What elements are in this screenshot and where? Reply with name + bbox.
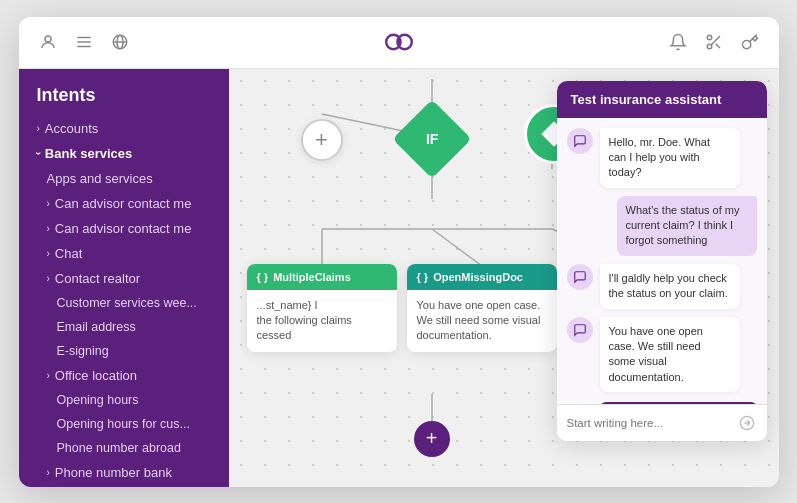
- sidebar-item-bank-services[interactable]: › Bank services: [19, 141, 229, 166]
- svg-point-9: [707, 35, 712, 40]
- chat-bubble-bot-3: You have one open case. We still need so…: [600, 317, 740, 393]
- chat-bubble-user-1: What's the status of my current claim? I…: [617, 196, 757, 256]
- app-logo: [383, 26, 415, 58]
- person-icon[interactable]: [37, 31, 59, 53]
- svg-point-10: [707, 44, 712, 49]
- globe-icon[interactable]: [109, 31, 131, 53]
- canvas-area: + IF { } MultipleClaims: [229, 69, 779, 487]
- sidebar-item-postal-address[interactable]: Postal address: [19, 485, 229, 487]
- toolbar-left: [37, 31, 131, 53]
- sidebar-item-can-advisor-1[interactable]: › Can advisor contact me: [19, 191, 229, 216]
- bot-avatar-2: [567, 264, 593, 290]
- scissors-icon[interactable]: [703, 31, 725, 53]
- arrow-icon: ›: [47, 467, 50, 478]
- card-icon: { }: [417, 271, 429, 283]
- sidebar-item-opening-hours[interactable]: Opening hours: [19, 388, 229, 412]
- sidebar-item-customer-services[interactable]: Customer services wee...: [19, 291, 229, 315]
- arrow-icon: ›: [33, 151, 44, 154]
- bot-avatar: [567, 128, 593, 154]
- chat-bubble-bot-2: I'll galdly help you check the status on…: [600, 264, 740, 309]
- list-icon[interactable]: [73, 31, 95, 53]
- arrow-icon: ›: [47, 273, 50, 284]
- arrow-icon: ›: [47, 223, 50, 234]
- toolbar-center: [131, 26, 667, 58]
- svg-line-12: [715, 44, 719, 48]
- toolbar: [19, 17, 779, 69]
- sidebar-item-chat[interactable]: › Chat: [19, 241, 229, 266]
- card-header-multiple: { } MultipleClaims: [247, 264, 397, 290]
- if-label: IF: [425, 130, 437, 146]
- chat-message-3: I'll galdly help you check the status on…: [567, 264, 757, 309]
- flow-card-open-missing-doc[interactable]: { } OpenMissingDoc You have one open cas…: [407, 264, 557, 352]
- sidebar-item-contact-realtor[interactable]: › Contact realtor: [19, 266, 229, 291]
- chat-input-row: [557, 404, 767, 441]
- sidebar-item-e-signing[interactable]: E-signing: [19, 339, 229, 363]
- arrow-icon: ›: [37, 123, 40, 134]
- arrow-icon: ›: [47, 370, 50, 381]
- plus-icon: +: [315, 127, 328, 153]
- sidebar-item-office-location[interactable]: › Office location: [19, 363, 229, 388]
- chat-message-1: Hello, mr. Doe. What can I help you with…: [567, 128, 757, 188]
- sidebar-item-apps-services[interactable]: Apps and services: [19, 166, 229, 191]
- chat-input[interactable]: [567, 417, 731, 429]
- sidebar-item-phone-number-bank[interactable]: › Phone number bank: [19, 460, 229, 485]
- chat-messages: Hello, mr. Doe. What can I help you with…: [557, 118, 767, 404]
- chat-panel-header: Test insurance assistant: [557, 81, 767, 118]
- card-body-openmissing: You have one open case. We still need so…: [407, 290, 557, 352]
- svg-point-0: [45, 36, 51, 42]
- flow-card-multiple-claims[interactable]: { } MultipleClaims ...st_name} Ithe foll…: [247, 264, 397, 352]
- send-icon[interactable]: [737, 413, 757, 433]
- sidebar-item-email-address[interactable]: Email address: [19, 315, 229, 339]
- chat-panel: Test insurance assistant Hello, mr. Doe.…: [557, 81, 767, 441]
- card-body-multiple: ...st_name} Ithe following claimscessed: [247, 290, 397, 352]
- key-icon[interactable]: [739, 31, 761, 53]
- card-icon: { }: [257, 271, 269, 283]
- bot-avatar-3: [567, 317, 593, 343]
- bell-icon[interactable]: [667, 31, 689, 53]
- sidebar-item-accounts[interactable]: › Accounts: [19, 116, 229, 141]
- card-header-openmissing: { } OpenMissingDoc: [407, 264, 557, 290]
- chat-bubble-bot-1: Hello, mr. Doe. What can I help you with…: [600, 128, 740, 188]
- sidebar-title: Intents: [19, 69, 229, 116]
- sidebar-item-opening-hours-cus[interactable]: Opening hours for cus...: [19, 412, 229, 436]
- main-content: Intents › Accounts › Bank services Apps …: [19, 69, 779, 487]
- arrow-icon: ›: [47, 248, 50, 259]
- sidebar-item-phone-abroad[interactable]: Phone number abroad: [19, 436, 229, 460]
- sidebar-item-can-advisor-2[interactable]: › Can advisor contact me: [19, 216, 229, 241]
- app-window: Intents › Accounts › Bank services Apps …: [19, 17, 779, 487]
- plus-node-bottom[interactable]: +: [414, 421, 450, 457]
- plus-node-left[interactable]: +: [301, 119, 343, 161]
- chat-message-4: You have one open case. We still need so…: [567, 317, 757, 393]
- if-node[interactable]: IF: [392, 99, 471, 178]
- sidebar: Intents › Accounts › Bank services Apps …: [19, 69, 229, 487]
- plus-bottom-icon: +: [426, 427, 438, 450]
- chat-message-2: What's the status of my current claim? I…: [567, 196, 757, 256]
- arrow-icon: ›: [47, 198, 50, 209]
- toolbar-right: [667, 31, 761, 53]
